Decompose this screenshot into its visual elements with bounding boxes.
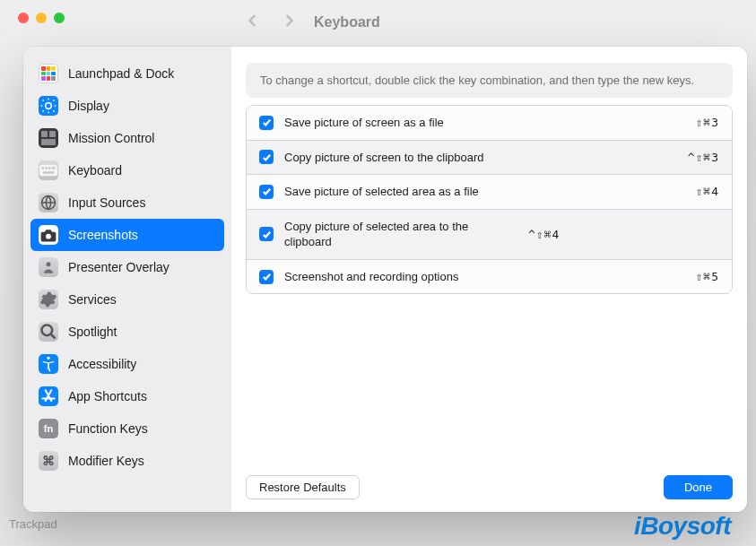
shortcut-row[interactable]: Copy picture of selected area to the cli… — [247, 210, 732, 260]
sidebar-item-label: App Shortcuts — [68, 389, 147, 403]
sidebar-item-label: Keyboard — [68, 163, 122, 178]
svg-point-8 — [46, 234, 51, 239]
sidebar-item-display[interactable]: Display — [30, 90, 224, 122]
gear-icon — [38, 289, 59, 310]
sidebar-item-label: Spotlight — [68, 325, 117, 339]
zoom-icon[interactable] — [54, 13, 65, 23]
svg-rect-4 — [48, 167, 51, 169]
sidebar-item-label: Display — [68, 99, 109, 113]
svg-rect-3 — [45, 167, 48, 169]
done-button[interactable]: Done — [664, 475, 733, 499]
shortcut-row[interactable]: Save picture of screen as a file⇧⌘3 — [247, 106, 732, 141]
sidebar-item-label: Presenter Overlay — [68, 260, 169, 274]
back-icon[interactable] — [247, 14, 259, 27]
restore-defaults-button[interactable]: Restore Defaults — [246, 475, 360, 499]
mission-icon — [38, 127, 59, 149]
checkbox[interactable] — [259, 185, 274, 199]
overlay-icon — [38, 256, 59, 278]
svg-rect-5 — [52, 167, 56, 169]
svg-point-11 — [47, 357, 49, 360]
svg-rect-6 — [43, 171, 55, 174]
sidebar-item-presenter-overlay[interactable]: Presenter Overlay — [30, 251, 224, 283]
svg-point-10 — [42, 325, 53, 336]
sidebar-item-keyboard[interactable]: Keyboard — [30, 154, 224, 186]
shortcut-keys[interactable]: ^⇧⌘4 — [528, 228, 560, 241]
shortcut-label: Save picture of selected area as a file — [284, 184, 685, 200]
sidebar: Launchpad & DockDisplayMission ControlKe… — [23, 47, 231, 512]
sidebar-item-app-shortcuts[interactable]: App Shortcuts — [30, 380, 224, 412]
shortcut-list: Save picture of screen as a file⇧⌘3Copy … — [246, 105, 733, 294]
sidebar-item-modifier-keys[interactable]: ⌘Modifier Keys — [30, 445, 224, 477]
sidebar-item-spotlight[interactable]: Spotlight — [30, 316, 224, 348]
svg-rect-1 — [39, 165, 57, 177]
keyboard-icon — [38, 160, 59, 181]
sidebar-item-screenshots[interactable]: Screenshots — [30, 219, 224, 251]
sidebar-item-label: Input Sources — [68, 195, 145, 210]
forward-icon[interactable] — [282, 14, 295, 27]
checkbox[interactable] — [259, 150, 274, 164]
checkbox[interactable] — [259, 116, 274, 130]
appstore-icon — [38, 386, 59, 407]
shortcut-keys[interactable]: ⇧⌘4 — [696, 185, 719, 198]
sidebar-item-function-keys[interactable]: fnFunction Keys — [30, 412, 224, 445]
search-icon — [38, 321, 59, 342]
shortcut-label: Copy picture of screen to the clipboard — [284, 150, 677, 166]
accessibility-icon — [38, 353, 59, 375]
sidebar-item-label: Services — [68, 292, 117, 307]
footer: Restore Defaults Done — [246, 463, 733, 499]
sidebar-item-label: Accessibility — [68, 357, 136, 371]
sidebar-item-accessibility[interactable]: Accessibility — [30, 348, 224, 380]
sidebar-item-label: Modifier Keys — [68, 454, 144, 468]
checkbox[interactable] — [259, 270, 274, 284]
shortcut-keys[interactable]: ^⇧⌘3 — [688, 151, 719, 164]
sidebar-item-mission-control[interactable]: Mission Control — [30, 122, 224, 154]
shortcut-label: Save picture of screen as a file — [284, 115, 685, 131]
camera-icon — [38, 224, 59, 246]
fn-icon: fn — [38, 418, 59, 439]
minimize-icon[interactable] — [36, 13, 47, 23]
background-sidebar-peek: Trackpad Printers & Scanners — [9, 511, 113, 546]
shortcut-label: Copy picture of selected area to the cli… — [284, 219, 517, 250]
sidebar-item-services[interactable]: Services — [30, 283, 224, 316]
content-panel: To change a shortcut, double click the k… — [231, 47, 747, 512]
sidebar-item-label: Mission Control — [68, 131, 154, 145]
shortcut-label: Screenshot and recording options — [284, 269, 685, 285]
svg-rect-2 — [42, 167, 45, 169]
sidebar-item-label: Screenshots — [68, 228, 138, 242]
svg-point-9 — [47, 262, 51, 266]
sidebar-item-input-sources[interactable]: Input Sources — [30, 186, 224, 219]
page-title: Keyboard — [314, 14, 380, 30]
settings-sheet: Launchpad & DockDisplayMission ControlKe… — [23, 47, 747, 512]
sidebar-item-label: Launchpad & Dock — [68, 66, 174, 81]
brightness-icon — [38, 95, 59, 117]
globe-icon — [38, 192, 59, 213]
traffic-lights — [18, 13, 65, 23]
shortcut-row[interactable]: Save picture of selected area as a file⇧… — [247, 175, 732, 210]
shortcut-keys[interactable]: ⇧⌘5 — [696, 270, 719, 283]
sidebar-item-label: Function Keys — [68, 421, 148, 436]
shortcut-row[interactable]: Screenshot and recording options⇧⌘5 — [247, 260, 732, 294]
close-icon[interactable] — [18, 13, 29, 23]
hint-text: To change a shortcut, double click the k… — [246, 63, 733, 98]
nav-arrows[interactable] — [247, 14, 295, 27]
checkbox[interactable] — [259, 227, 274, 241]
grid-icon — [38, 63, 59, 84]
shortcut-keys[interactable]: ⇧⌘3 — [696, 116, 719, 129]
svg-point-0 — [46, 103, 52, 109]
shortcut-row[interactable]: Copy picture of screen to the clipboard^… — [247, 141, 732, 176]
modifier-icon: ⌘ — [38, 450, 59, 472]
sidebar-item-launchpad-dock[interactable]: Launchpad & Dock — [30, 57, 224, 90]
